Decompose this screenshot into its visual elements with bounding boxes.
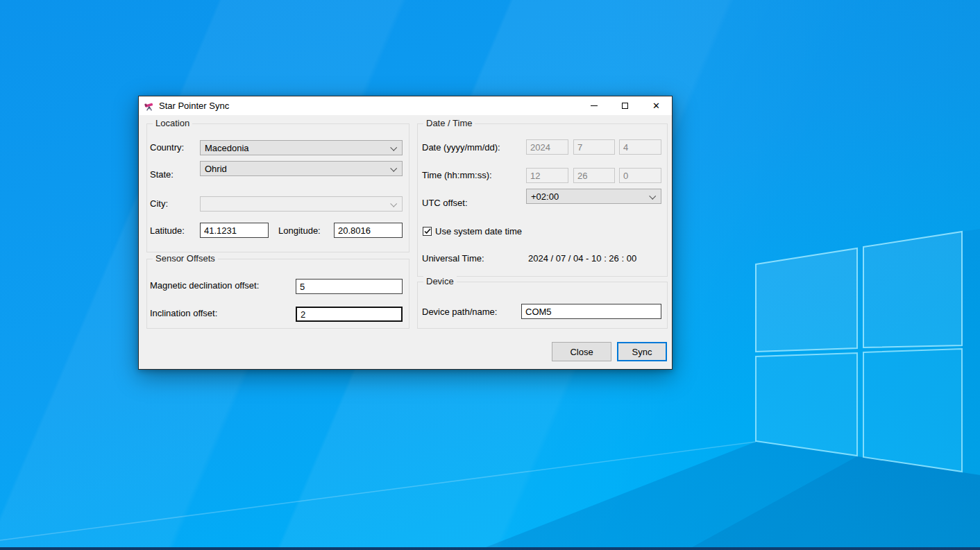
minimize-icon [591, 105, 598, 106]
state-value: Ohrid [205, 164, 227, 174]
star-pointer-sync-window: Star Pointer Sync ✕ Location Country: Ma… [138, 96, 673, 370]
sync-button[interactable]: Sync [617, 342, 667, 361]
use-system-datetime-label: Use system date time [435, 226, 522, 237]
title-bar[interactable]: Star Pointer Sync ✕ [139, 96, 672, 115]
close-button[interactable]: Close [552, 342, 611, 361]
checkbox-box [423, 227, 432, 236]
utc-offset-value: +02:00 [531, 191, 559, 202]
close-window-button[interactable]: ✕ [641, 96, 672, 115]
longitude-label: Longitude: [278, 225, 321, 236]
window-title: Star Pointer Sync [159, 101, 229, 111]
time-hour-input[interactable] [526, 168, 568, 183]
sensor-offsets-group-label: Sensor Offsets [153, 253, 218, 264]
device-path-input[interactable] [521, 304, 661, 319]
location-group-label: Location [153, 118, 192, 128]
country-value: Macedonia [205, 143, 249, 153]
desktop-wallpaper: Star Pointer Sync ✕ Location Country: Ma… [0, 0, 980, 550]
inclination-offset-label: Inclination offset: [150, 308, 217, 318]
city-combobox[interactable] [200, 196, 403, 212]
utc-offset-combobox[interactable]: +02:00 [526, 189, 661, 204]
device-path-label: Device path/name: [422, 307, 497, 317]
maximize-button[interactable] [609, 96, 641, 115]
use-system-datetime-checkbox[interactable]: Use system date time [423, 226, 522, 237]
date-year-input[interactable] [526, 139, 568, 155]
device-group-label: Device [423, 276, 457, 286]
chevron-down-icon [390, 165, 397, 172]
close-icon: ✕ [652, 101, 660, 110]
time-label: Time (hh:mm:ss): [422, 170, 492, 180]
date-month-input[interactable] [573, 139, 615, 155]
magnetic-declination-input[interactable] [296, 279, 403, 294]
inclination-offset-input[interactable] [296, 307, 403, 322]
country-combobox[interactable]: Macedonia [200, 140, 403, 155]
datetime-group-label: Date / Time [423, 118, 475, 128]
maximize-icon [622, 103, 628, 109]
time-second-input[interactable] [619, 168, 661, 183]
country-label: Country: [150, 142, 184, 153]
longitude-input[interactable] [334, 223, 403, 238]
city-label: City: [150, 198, 168, 209]
telescope-icon [144, 101, 155, 112]
checkmark-icon [424, 228, 431, 234]
chevron-down-icon [390, 144, 397, 151]
chevron-down-icon [390, 200, 397, 207]
state-label: State: [150, 169, 174, 180]
window-controls: ✕ [578, 96, 672, 115]
date-day-input[interactable] [619, 139, 661, 155]
time-minute-input[interactable] [573, 168, 615, 183]
latitude-input[interactable] [200, 223, 269, 238]
universal-time-value: 2024 / 07 / 04 - 10 : 26 : 00 [528, 253, 636, 264]
minimize-button[interactable] [578, 96, 609, 115]
chevron-down-icon [649, 193, 656, 200]
utc-offset-label: UTC offset: [422, 198, 468, 208]
universal-time-label: Universal Time: [422, 253, 484, 264]
state-combobox[interactable]: Ohrid [200, 161, 403, 176]
latitude-label: Latitude: [150, 225, 185, 236]
screen-bottom-strip [0, 547, 980, 550]
magnetic-declination-label: Magnetic declination offset: [150, 280, 259, 291]
date-label: Date (yyyy/mm/dd): [422, 142, 500, 153]
